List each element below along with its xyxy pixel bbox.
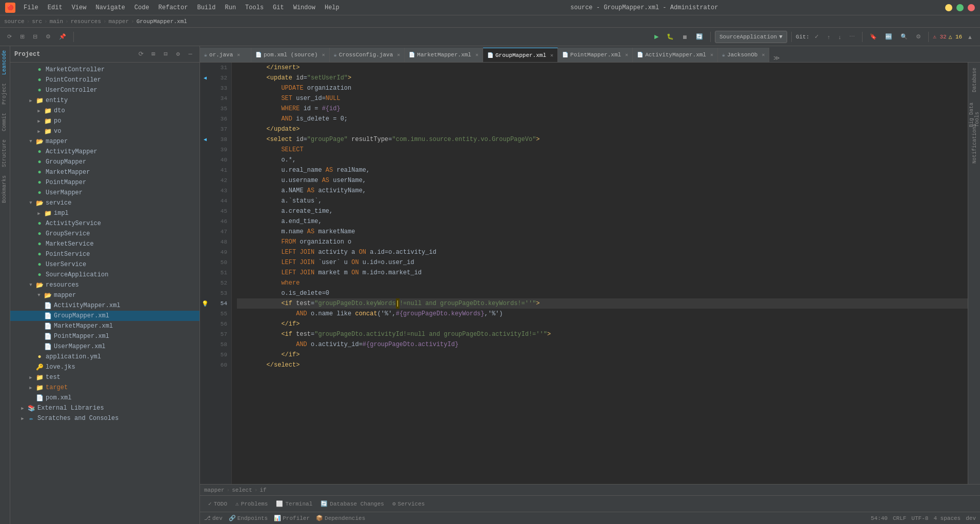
reload-button[interactable]: 🔄 [693,31,706,43]
git-push[interactable]: ↑ [824,31,833,43]
tab-close-icon[interactable]: ✕ [762,52,765,58]
source-app-selector[interactable]: SourceApplication ▼ [715,31,787,43]
code-editor[interactable]: </insert> <update id="setUserId"> UPDATE… [232,63,968,484]
menu-bar[interactable]: File Edit View Navigate Code Refactor Bu… [19,3,344,12]
breadcrumb-source[interactable]: source [4,18,25,25]
menu-build[interactable]: Build [193,3,219,12]
maximize-button[interactable] [956,4,964,11]
tab-close-icon[interactable]: ✕ [550,52,553,58]
tree-item-user-mapper-class[interactable]: ● UserMapper [10,188,199,198]
menu-view[interactable]: View [68,3,91,12]
panel-collapse-icon[interactable]: ⊟ [161,49,171,59]
tree-item-activity-mapper-xml[interactable]: 📄 ActivityMapper.xml [10,300,199,311]
tree-item-application-yml[interactable]: ● application.yml [10,352,199,362]
tree-item-mapper-xml-folder[interactable]: ▼ 📂 mapper [10,290,199,300]
tree-item-group-service[interactable]: ● GroupService [10,229,199,239]
menu-code[interactable]: Code [130,3,153,12]
tree-item-service-folder[interactable]: ▼ 📂 service [10,198,199,208]
stop-button[interactable]: ⏹ [679,31,691,43]
search-everywhere-btn[interactable]: 🔍 [897,31,911,43]
menu-navigate[interactable]: Navigate [91,3,129,12]
bookmarks-label[interactable]: Bookmarks [0,171,10,207]
tree-item-scratches[interactable]: ▶ ✏ Scratches and Consoles [10,413,199,424]
tree-item-target[interactable]: ▶ 📁 target [10,382,199,393]
bottom-tab-services[interactable]: ⚙ Services [388,498,429,509]
tab-close-icon[interactable]: ✕ [237,52,240,58]
fold-marker-38[interactable]: ◀ [204,136,207,143]
structure-label[interactable]: Structure [0,135,10,171]
panel-minimize-icon[interactable]: — [185,49,195,59]
translate-btn[interactable]: 🔤 [882,31,895,43]
tab-close-icon[interactable]: ✕ [710,52,713,58]
status-line-ending[interactable]: CRLF [893,515,906,521]
tab-close-icon[interactable]: ✕ [397,52,400,58]
secondary-breadcrumb-mapper[interactable]: mapper [204,487,225,493]
debug-button[interactable]: 🐛 [664,31,677,43]
toolbar-sync[interactable]: ⟳ [4,31,15,43]
tree-item-external-libs[interactable]: ▶ 📚 External Libraries [10,403,199,413]
status-indent[interactable]: 4 spaces [933,515,961,521]
tab-market-mapper[interactable]: 📄 MarketMapper.xml ✕ [405,48,483,62]
tree-item-point-mapper-xml[interactable]: 📄 PointMapper.xml [10,331,199,341]
tab-activity-mapper[interactable]: 📄 ActivityMapper.xml ✕ [633,48,718,62]
tree-item-market-mapper-xml[interactable]: 📄 MarketMapper.xml [10,321,199,331]
tree-item-market-controller[interactable]: ● MarketController [10,65,199,75]
status-charset[interactable]: UTF-8 [911,515,928,521]
tree-item-market-mapper-class[interactable]: ● MarketMapper [10,167,199,177]
tree-item-test[interactable]: ▶ 📁 test [10,372,199,382]
breadcrumb-src[interactable]: src [32,18,42,25]
menu-git[interactable]: Git [269,3,288,12]
tree-item-group-mapper-class[interactable]: ● GroupMapper [10,157,199,167]
git-more[interactable]: ⋯ [846,31,858,43]
tree-item-group-mapper-xml[interactable]: 📄 GroupMapper.xml [10,311,199,321]
bottom-tab-todo[interactable]: ✓ TODO [204,498,231,509]
tree-item-point-service[interactable]: ● PointService [10,249,199,259]
minimize-button[interactable] [945,4,952,11]
tab-point-mapper[interactable]: 📄 PointMapper.xml ✕ [558,48,633,62]
toolbar-collapse[interactable]: ⊟ [30,31,41,43]
panel-settings-icon[interactable]: ⚙ [173,49,183,59]
tree-item-user-controller[interactable]: ● UserController [10,85,199,95]
tree-item-mapper-folder[interactable]: ▼ 📂 mapper [10,136,199,147]
run-button[interactable]: ▶ [651,31,662,43]
leancode-label[interactable]: Leancode [0,46,10,79]
tab-group-mapper[interactable]: 📄 GroupMapper.xml ✕ [483,48,558,62]
tree-item-love-jks[interactable]: 🔑 love.jks [10,362,199,372]
toolbar-settings[interactable]: ⚙ [43,31,54,43]
tree-item-point-mapper-class[interactable]: ● PointMapper [10,177,199,188]
breadcrumb-file[interactable]: GroupMapper.xml [136,18,187,25]
toolbar-pin[interactable]: 📌 [56,31,69,43]
bottom-tab-db-changes[interactable]: 🔄 Database Changes [316,498,388,509]
menu-run[interactable]: Run [221,3,240,12]
tree-item-resources-folder[interactable]: ▼ 📂 resources [10,280,199,290]
menu-refactor[interactable]: Refactor [154,3,192,12]
bottom-tab-problems[interactable]: ⚠ Problems [231,498,272,509]
notifications-panel-btn[interactable]: Notifications [969,128,979,159]
git-pull[interactable]: ↓ [835,31,845,43]
tree-item-market-service[interactable]: ● MarketService [10,239,199,249]
tree-item-dto[interactable]: ▶ 📁 dto [10,106,199,116]
tree-item-user-mapper-xml[interactable]: 📄 UserMapper.xml [10,341,199,352]
tab-pom-xml[interactable]: 📄 pom.xml (source) ✕ [251,48,330,62]
breadcrumb-main[interactable]: main [50,18,63,25]
project-label[interactable]: Project [0,79,10,109]
tree-item-entity[interactable]: ▶ 📁 entity [10,95,199,106]
menu-edit[interactable]: Edit [44,3,67,12]
toolbar-expand[interactable]: ⊞ [17,31,28,43]
bookmark-btn[interactable]: 🔖 [867,31,880,43]
close-button[interactable] [968,4,975,11]
settings-btn[interactable]: ⚙ [913,31,924,43]
commit-label[interactable]: Commit [0,109,10,135]
expand-errors-btn[interactable]: ▲ [964,31,976,43]
menu-window[interactable]: Window [289,3,319,12]
tree-item-source-app[interactable]: ● SourceApplication [10,270,199,280]
secondary-breadcrumb-if[interactable]: if [259,487,266,493]
tree-item-activity-service[interactable]: ● ActivityService [10,218,199,229]
tree-item-activity-mapper-class[interactable]: ● ActivityMapper [10,147,199,157]
bigdata-panel-btn[interactable]: Big Data Tools [969,96,979,127]
tree-item-vo[interactable]: ▶ 📁 vo [10,126,199,136]
panel-expand-icon[interactable]: ⊞ [148,49,158,59]
tab-or-java[interactable]: ☕ or.java ✕ [200,48,251,62]
tree-item-po[interactable]: ▶ 📁 po [10,116,199,126]
bottom-tab-terminal[interactable]: ⬜ Terminal [272,498,316,509]
